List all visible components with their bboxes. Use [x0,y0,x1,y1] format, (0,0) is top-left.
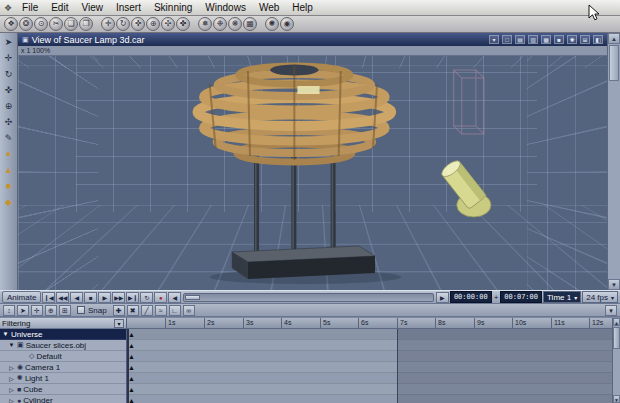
zoom-timeline-icon[interactable]: ⊕ [45,305,57,316]
grid-toggle-icon[interactable]: ⊞ [580,35,590,44]
tree-item-camera-1[interactable]: ▷ ◉ Camera 1 [0,362,126,373]
expand-toggle-icon[interactable]: ▼ [2,331,9,337]
menu-insert[interactable]: Insert [110,0,147,15]
loop-button[interactable]: ↻ [140,292,153,303]
fast-forward-button[interactable]: ▶▶ [112,292,125,303]
gouraud-mode-icon[interactable]: ▥ [528,35,538,44]
tree-item-saucer-slices[interactable]: ▼ ▣ Saucer slices.obj [0,340,126,351]
select-tool-icon[interactable]: ➤ [2,36,16,48]
eyedropper-tool-icon[interactable]: ✎ [2,132,16,144]
save-file-icon[interactable]: ⊙ [34,17,48,31]
keyframe-marker-icon[interactable]: ▲ [128,362,135,373]
sequencer-vertical-scrollbar[interactable]: ▲ ▼ [612,318,620,403]
track-rows[interactable]: ▲ ▲ ▲ ▲ ▲ ▲ ▲ [127,329,612,403]
step-tangent-icon[interactable]: ∟ [169,305,181,316]
keyframe-marker-icon[interactable]: ▲ [128,373,135,384]
cube-primitive-icon[interactable]: ■ [2,180,16,192]
oscillate-icon[interactable]: ∞ [183,305,195,316]
tree-item-universe[interactable]: ▼ Universe [0,329,126,340]
cameras-icon[interactable]: ◉ [280,17,294,31]
play-reverse-button[interactable]: ◀ [70,292,83,303]
select-keys-icon[interactable]: ➤ [17,305,29,316]
move-tool-icon[interactable]: ✛ [2,52,16,64]
viewport-titlebar[interactable]: ▣ View of Saucer Lamp 3d.car ▾ □ ▤ ▥ ▦ ■… [18,33,607,46]
sequencer-options-icon[interactable]: ▾ [605,305,617,316]
pan-tool-icon[interactable]: ✣ [2,116,16,128]
scrollbar-thumb[interactable] [609,45,619,81]
camera-menu-icon[interactable]: ▾ [489,35,499,44]
collapse-tracks-icon[interactable]: ↕ [3,305,15,316]
camera-pan-icon[interactable]: ✣ [161,17,175,31]
expand-toggle-icon[interactable]: ▷ [8,364,15,371]
scroll-up-icon[interactable]: ▲ [613,318,620,326]
wireframe-mode-icon[interactable]: □ [502,35,512,44]
add-key-icon[interactable]: ✚ [113,305,125,316]
new-scene-icon[interactable]: ❖ [4,17,18,31]
animate-button[interactable]: Animate [2,291,41,303]
play-button[interactable]: ▶ [98,292,111,303]
rotate-tool-icon[interactable]: ↻ [2,68,16,80]
assemble-room-icon[interactable]: ❋ [228,17,242,31]
delete-key-icon[interactable]: ✖ [127,305,139,316]
target-helper-icon[interactable]: ◆ [2,196,16,208]
expand-toggle-icon[interactable]: ▼ [8,342,15,348]
lights-icon[interactable]: ✺ [265,17,279,31]
storyboard-room-icon[interactable]: ▦ [243,17,257,31]
menu-file[interactable]: File [16,0,44,15]
menu-windows[interactable]: Windows [199,0,252,15]
pan-timeline-icon[interactable]: ✛ [31,305,43,316]
keyframe-marker-icon[interactable]: ▲ [128,329,135,340]
record-button[interactable]: ● [154,292,167,303]
menu-skinning[interactable]: Skinning [148,0,198,15]
display-options-icon[interactable]: ◧ [593,35,603,44]
frame-range-icon[interactable]: ⊞ [59,305,71,316]
smooth-tangent-icon[interactable]: ≈ [155,305,167,316]
time-track-dropdown[interactable]: Time 1 ▾ [543,291,581,303]
keyframe-marker-icon[interactable]: ▲ [128,395,135,403]
snap-toggle[interactable]: Snap [77,306,107,315]
tree-item-cube[interactable]: ▷ ■ Cube [0,384,126,395]
flat-shade-mode-icon[interactable]: ▤ [515,35,525,44]
jump-end-button[interactable]: ▶❙ [126,292,139,303]
zoom-tool-icon[interactable]: ⊕ [2,100,16,112]
menu-web[interactable]: Web [253,0,285,15]
scrollbar-thumb[interactable] [613,327,620,349]
filtering-dropdown-icon[interactable]: ▾ [114,319,124,328]
expand-toggle-icon[interactable]: ▷ [8,375,15,382]
camera-track-icon[interactable]: ✤ [176,17,190,31]
cone-primitive-icon[interactable]: ▲ [2,164,16,176]
filtering-row[interactable]: Filtering ▾ [0,318,126,329]
camera-dolly-icon[interactable]: ⊕ [146,17,160,31]
time-scrubber[interactable] [183,293,434,302]
rotate-tool-icon[interactable]: ↻ [116,17,130,31]
scrubber-thumb[interactable] [185,295,200,300]
menu-edit[interactable]: Edit [45,0,74,15]
viewport-vertical-scrollbar[interactable]: ▲ ▼ [607,33,620,290]
copy-icon[interactable]: ❏ [64,17,78,31]
saucer-lamp-model[interactable] [198,65,392,280]
scale-tool-icon[interactable]: ✜ [131,17,145,31]
sphere-primitive-icon[interactable]: ● [2,148,16,160]
scroll-down-icon[interactable]: ▼ [613,395,620,403]
texture-room-icon[interactable]: ❉ [213,17,227,31]
keyframe-marker-icon[interactable]: ▲ [128,340,135,351]
expand-toggle-icon[interactable]: ▷ [8,386,15,393]
tree-item-cylinder[interactable]: ▷ ● Cylinder [0,395,126,403]
scene-3d-view[interactable] [18,56,607,290]
scrub-right-icon[interactable]: ▶ [436,292,449,303]
phong-mode-icon[interactable]: ▦ [541,35,551,44]
cylinder-object[interactable] [439,158,491,217]
paste-icon[interactable]: ❐ [79,17,93,31]
tree-item-default[interactable]: ◇ Default [0,351,126,362]
playhead[interactable] [127,329,129,403]
open-file-icon[interactable]: ❂ [19,17,33,31]
fast-rewind-button[interactable]: ◀◀ [56,292,69,303]
menu-help[interactable]: Help [286,0,319,15]
stop-button[interactable]: ■ [84,292,97,303]
keyframe-marker-icon[interactable]: ▲ [128,351,135,362]
cut-icon[interactable]: ✂ [49,17,63,31]
render-room-icon[interactable]: ❅ [198,17,212,31]
timeline-ruler[interactable]: 1s 2s 3s 4s 5s 6s 7s 8s 9s 10s 11s 12s [127,318,612,329]
jump-start-button[interactable]: ❙◀ [42,292,55,303]
textured-mode-icon[interactable]: ■ [554,35,564,44]
